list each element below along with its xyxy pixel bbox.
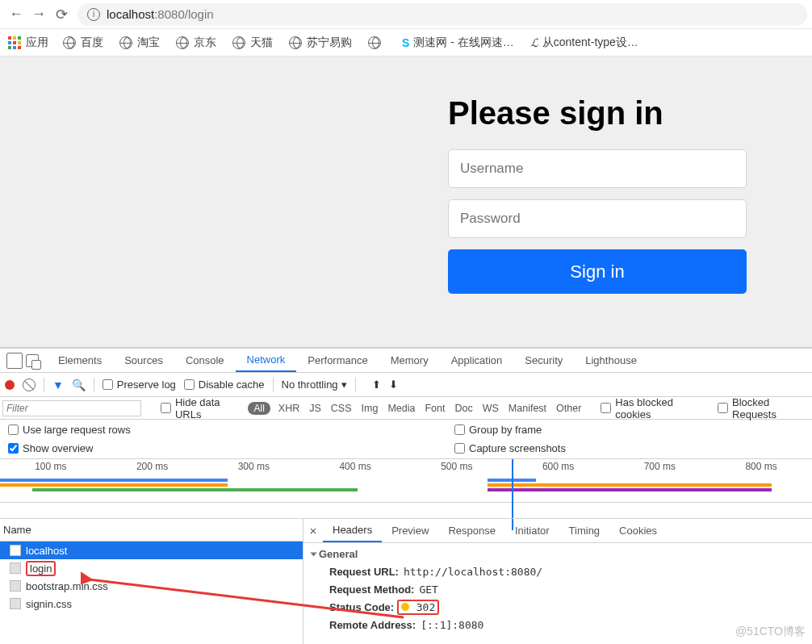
apps-icon[interactable] — [8, 36, 21, 49]
tab-elements[interactable]: Elements — [47, 349, 113, 372]
disable-cache-checkbox[interactable]: Disable cache — [184, 378, 265, 391]
filter-doc[interactable]: Doc — [450, 403, 477, 414]
page-content: Please sign in Sign in — [0, 56, 812, 347]
preserve-log-checkbox[interactable]: Preserve log — [103, 378, 176, 391]
search-icon[interactable]: 🔍 — [72, 378, 86, 391]
request-list: Name localhost login bootstrap.min.css s… — [0, 519, 303, 644]
password-input[interactable] — [448, 199, 747, 238]
request-area: Name localhost login bootstrap.min.css s… — [0, 519, 812, 644]
blocked-cookies-checkbox[interactable]: Has blocked cookies — [601, 396, 706, 420]
username-input[interactable] — [448, 149, 747, 188]
large-rows-checkbox[interactable]: Use large request rows — [8, 424, 358, 436]
back-icon[interactable]: ← — [5, 3, 27, 26]
inspect-icon[interactable] — [6, 353, 23, 369]
tab-network[interactable]: Network — [236, 349, 297, 372]
request-url: Request URL:http://localhost:8080/ — [312, 563, 804, 581]
url-path: /login — [185, 7, 214, 21]
address-bar: ← → ⟳ i localhost:8080/login — [0, 0, 812, 29]
signin-button[interactable]: Sign in — [448, 249, 747, 294]
show-overview-checkbox[interactable]: Show overview — [8, 442, 358, 454]
bookmark-suning[interactable]: 苏宁易购 — [289, 36, 352, 50]
forward-icon[interactable]: → — [27, 3, 50, 26]
request-signin-css[interactable]: signin.css — [0, 595, 303, 613]
reload-icon[interactable]: ⟳ — [50, 3, 73, 26]
request-localhost[interactable]: localhost — [0, 542, 303, 559]
url-host: localhost — [107, 7, 154, 21]
bookmark-blank[interactable] — [368, 36, 386, 49]
filter-xhr[interactable]: XHR — [274, 403, 304, 414]
bookmarks-bar: 应用 百度 淘宝 京东 天猫 苏宁易购 S测速网 - 在线网速… ℒ从conte… — [0, 29, 812, 56]
filter-media[interactable]: Media — [383, 403, 420, 414]
bookmark-content-type[interactable]: ℒ从content-type设… — [530, 36, 638, 50]
tab-timing[interactable]: Timing — [559, 519, 610, 542]
timeline-secondary[interactable] — [0, 503, 812, 519]
blocked-requests-checkbox[interactable]: Blocked Requests — [718, 396, 812, 420]
filter-ws[interactable]: WS — [478, 403, 504, 414]
info-icon[interactable]: i — [87, 8, 100, 21]
tab-cookies[interactable]: Cookies — [609, 519, 667, 542]
device-toggle-icon[interactable] — [26, 354, 39, 367]
watermark: @51CTO博客 — [735, 625, 806, 639]
throttling-select[interactable]: No throttling▾ — [282, 378, 347, 391]
group-frame-checkbox[interactable]: Group by frame — [454, 424, 542, 436]
bookmark-jd[interactable]: 京东 — [176, 36, 216, 50]
filter-img[interactable]: Img — [357, 403, 383, 414]
hide-data-urls-checkbox[interactable]: Hide data URLs — [161, 396, 245, 420]
name-column-header[interactable]: Name — [0, 519, 303, 542]
detail-tabs: × Headers Preview Response Initiator Tim… — [303, 519, 812, 543]
apps-label[interactable]: 应用 — [26, 36, 48, 50]
download-icon[interactable]: ⬇ — [389, 378, 398, 391]
tab-sources[interactable]: Sources — [113, 349, 174, 372]
timeline[interactable]: 100 ms200 ms 300 ms400 ms 500 ms600 ms 7… — [0, 459, 812, 503]
request-method: Request Method:GET — [312, 581, 804, 599]
filter-other[interactable]: Other — [551, 403, 586, 414]
request-bootstrap[interactable]: bootstrap.min.css — [0, 577, 303, 595]
tab-headers[interactable]: Headers — [323, 519, 382, 542]
url-port: :8080 — [154, 7, 185, 21]
filter-font[interactable]: Font — [420, 403, 450, 414]
bookmark-tmall[interactable]: 天猫 — [232, 36, 273, 50]
clear-icon[interactable] — [23, 378, 36, 391]
tab-security[interactable]: Security — [513, 349, 574, 372]
network-toolbar: ▼ 🔍 Preserve log Disable cache No thrott… — [0, 373, 812, 397]
tab-lighthouse[interactable]: Lighthouse — [574, 349, 648, 372]
record-icon[interactable] — [5, 380, 15, 390]
filter-css[interactable]: CSS — [326, 403, 357, 414]
tab-console[interactable]: Console — [174, 349, 236, 372]
request-login[interactable]: login — [0, 559, 303, 577]
filter-all[interactable]: All — [248, 402, 270, 415]
tab-performance[interactable]: Performance — [296, 349, 379, 372]
capture-screenshots-checkbox[interactable]: Capture screenshots — [454, 442, 566, 454]
tab-response[interactable]: Response — [438, 519, 505, 542]
signin-title: Please sign in — [448, 95, 747, 132]
general-section[interactable]: General — [312, 548, 804, 560]
tab-application[interactable]: Application — [440, 349, 514, 372]
upload-icon[interactable]: ⬆ — [372, 378, 381, 391]
filter-js[interactable]: JS — [304, 403, 326, 414]
bookmark-speed[interactable]: S测速网 - 在线网速… — [402, 36, 514, 50]
network-options: Use large request rows Show overview Gro… — [0, 420, 812, 459]
tab-initiator[interactable]: Initiator — [505, 519, 559, 542]
close-detail-icon[interactable]: × — [303, 524, 323, 537]
url-box[interactable]: i localhost:8080/login — [77, 3, 807, 26]
tab-preview[interactable]: Preview — [382, 519, 438, 542]
filter-bar: Hide data URLs All XHR JS CSS Img Media … — [0, 397, 812, 420]
bookmark-taobao[interactable]: 淘宝 — [119, 36, 160, 50]
devtools-tabs: Elements Sources Console Network Perform… — [0, 349, 812, 373]
filter-input[interactable] — [2, 400, 141, 416]
devtools: Elements Sources Console Network Perform… — [0, 347, 812, 644]
signin-form: Please sign in Sign in — [448, 95, 747, 294]
filter-manifest[interactable]: Manifest — [504, 403, 551, 414]
status-code: Status Code: 302 — [312, 599, 804, 617]
bookmark-baidu[interactable]: 百度 — [63, 36, 103, 50]
filter-icon[interactable]: ▼ — [52, 378, 64, 391]
remote-address: Remote Address:[::1]:8080 — [312, 617, 804, 634]
tab-memory[interactable]: Memory — [379, 349, 440, 372]
